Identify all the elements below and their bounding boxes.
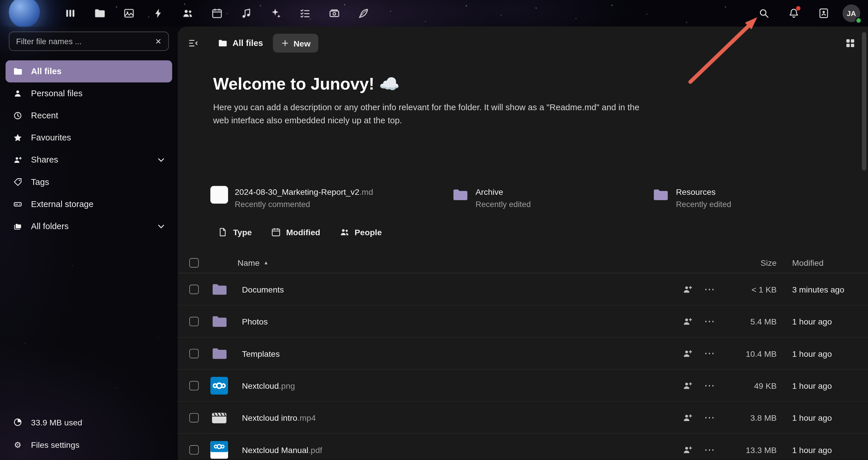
file-modified: 1 hour ago	[792, 413, 832, 422]
share-icon[interactable]	[680, 442, 694, 457]
video-file-icon	[210, 408, 228, 426]
share-icon[interactable]	[680, 346, 694, 360]
file-name: Nextcloud	[242, 381, 279, 390]
sort-ascending-icon: ▲	[264, 260, 269, 265]
more-actions-icon[interactable]: ⋯	[703, 378, 717, 393]
recommended-folder[interactable]: Archive Recently edited	[451, 186, 531, 208]
user-avatar[interactable]: JA	[842, 4, 860, 22]
assistant-app-button[interactable]	[265, 2, 287, 25]
file-size: 3.8 MB	[726, 413, 777, 422]
photos-icon	[123, 7, 135, 20]
filter-people-chip[interactable]: People	[339, 227, 382, 237]
calendar-app-button[interactable]	[206, 2, 228, 25]
more-actions-icon[interactable]: ⋯	[703, 314, 717, 328]
notes-app-button[interactable]	[352, 2, 375, 25]
search-button[interactable]	[753, 2, 775, 25]
sidebar-item-personal-files[interactable]: Personal files	[5, 83, 172, 105]
collapse-sidebar-button[interactable]	[184, 34, 202, 52]
lightning-icon	[152, 7, 164, 20]
row-checkbox[interactable]	[189, 349, 199, 358]
filter-input[interactable]	[9, 31, 169, 51]
sidebar-item-favourites[interactable]: Favourites	[5, 127, 172, 149]
file-row[interactable]: Templates ⋯ 10.4 MB 1 hour ago	[178, 337, 868, 369]
more-actions-icon[interactable]: ⋯	[703, 346, 717, 360]
new-button[interactable]: New	[273, 34, 318, 53]
grid-view-button[interactable]	[841, 34, 859, 52]
file-modified: 1 hour ago	[792, 317, 832, 326]
file-modified: 1 hour ago	[792, 381, 832, 390]
sidebar-item-label: Shares	[31, 155, 58, 165]
activity-app-button[interactable]	[147, 2, 169, 25]
folder-icon	[94, 7, 106, 20]
filter-type-chip[interactable]: Type	[218, 227, 252, 237]
sidebar-item-shares[interactable]: Shares	[5, 149, 172, 171]
music-app-button[interactable]	[235, 2, 257, 25]
column-header-size[interactable]: Size	[726, 258, 777, 267]
recommended-file-name: Archive	[475, 187, 531, 196]
file-row[interactable]: Photos ⋯ 5.4 MB 1 hour ago	[178, 305, 868, 337]
recommended-file[interactable]: 2024-08-30_Marketing-Report_v2.md Recent…	[210, 186, 373, 208]
more-actions-icon[interactable]: ⋯	[703, 282, 717, 296]
contacts-menu-button[interactable]	[813, 2, 835, 25]
breadcrumb-label: All files	[232, 38, 263, 48]
folder-icon	[210, 344, 228, 362]
row-checkbox[interactable]	[189, 317, 199, 326]
filter-modified-chip[interactable]: Modified	[271, 227, 320, 237]
sidebar-item-recent[interactable]: Recent	[5, 105, 172, 127]
file-row[interactable]: Nextcloud.png ⋯ 49 KB 1 hour ago	[178, 369, 868, 401]
file-size: 13.3 MB	[726, 445, 777, 454]
chevron-down-icon[interactable]	[157, 222, 165, 231]
money-app-button[interactable]	[323, 2, 345, 25]
files-settings-button[interactable]: ⚙ Files settings	[5, 433, 172, 455]
tag-icon	[12, 176, 23, 188]
collapse-sidebar-icon	[188, 37, 199, 48]
more-actions-icon[interactable]: ⋯	[703, 410, 717, 425]
file-row[interactable]: Nextcloud Manual.pdf ⋯ 13.3 MB 1 hour ag…	[178, 434, 868, 460]
share-icon[interactable]	[680, 378, 694, 393]
storage-quota[interactable]: 33.9 MB used	[5, 411, 172, 433]
sidebar-item-external-storage[interactable]: External storage	[5, 193, 172, 215]
share-icon[interactable]	[680, 282, 694, 296]
recommendation-reason: Recently edited	[676, 200, 731, 208]
column-header-modified[interactable]: Modified	[792, 258, 824, 267]
file-row[interactable]: Documents ⋯ < 1 KB 3 minutes ago	[178, 273, 868, 305]
share-person-icon	[12, 154, 23, 165]
files-settings-label: Files settings	[31, 440, 80, 449]
scrollbar[interactable]	[862, 32, 866, 170]
recommended-folder[interactable]: Resources Recently edited	[652, 186, 731, 208]
share-icon[interactable]	[680, 314, 694, 328]
sidebar-item-all-folders[interactable]: All folders	[5, 215, 172, 237]
notifications-button[interactable]	[783, 2, 805, 25]
recommended-file-name: 2024-08-30_Marketing-Report_v2	[235, 187, 359, 196]
image-thumbnail	[210, 376, 228, 394]
more-actions-icon[interactable]: ⋯	[703, 442, 717, 457]
row-checkbox[interactable]	[189, 381, 199, 390]
share-icon[interactable]	[680, 410, 694, 425]
row-checkbox[interactable]	[189, 445, 199, 454]
files-app-button[interactable]	[88, 2, 111, 25]
markdown-file-icon	[210, 186, 228, 203]
breadcrumb[interactable]: All files	[218, 38, 263, 48]
file-extension: .md	[359, 187, 373, 196]
clear-filter-icon[interactable]: ✕	[152, 35, 164, 48]
tasks-app-button[interactable]	[294, 2, 316, 25]
person-icon	[12, 88, 23, 99]
file-name: Documents	[242, 284, 284, 294]
contacts-app-button[interactable]	[177, 2, 199, 25]
photos-app-button[interactable]	[118, 2, 140, 25]
file-extension: .mp4	[297, 413, 316, 422]
sidebar-item-all-files[interactable]: All files	[5, 60, 172, 82]
row-checkbox[interactable]	[189, 413, 199, 422]
people-icon	[339, 227, 350, 237]
dashboard-app-button[interactable]	[59, 2, 82, 25]
row-checkbox[interactable]	[189, 284, 199, 294]
select-all-checkbox[interactable]	[189, 258, 199, 267]
file-icon	[218, 227, 228, 237]
column-header-name[interactable]: Name ▲	[237, 258, 268, 267]
chevron-down-icon[interactable]	[157, 156, 165, 164]
content-header: All files New	[184, 32, 859, 54]
file-row[interactable]: Nextcloud intro.mp4 ⋯ 3.8 MB 1 hour ago	[178, 402, 868, 434]
sidebar-item-tags[interactable]: Tags	[5, 171, 172, 193]
file-size: < 1 KB	[726, 284, 777, 294]
recommended-file-name: Resources	[676, 187, 731, 196]
